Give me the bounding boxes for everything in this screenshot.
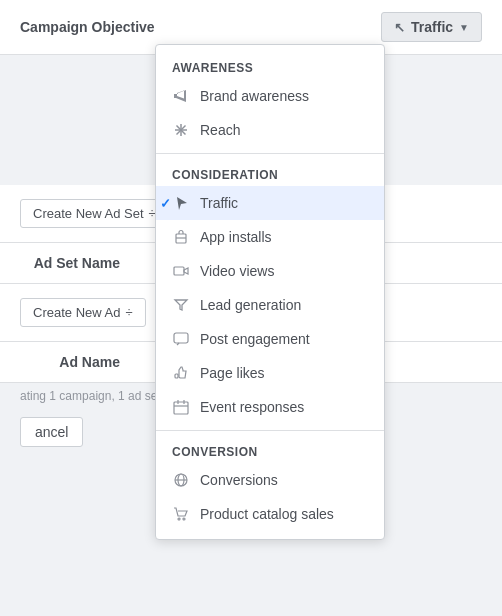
create-new-ad-set-button[interactable]: Create New Ad Set ÷ (20, 199, 169, 228)
thumbsup-icon (172, 364, 190, 382)
status-text-value: ating 1 campaign, 1 ad set (20, 389, 161, 403)
menu-divider-0 (156, 153, 384, 154)
campaign-objective-menu: AwarenessBrand awarenessReachConsiderati… (155, 44, 385, 540)
cursor-icon: ↖ (394, 20, 405, 35)
menu-item-traffic[interactable]: ✓Traffic (156, 186, 384, 220)
funnel-icon (172, 296, 190, 314)
svg-rect-8 (175, 374, 178, 378)
menu-item-label-product-catalog-sales: Product catalog sales (200, 506, 334, 522)
create-new-ad-icon: ÷ (125, 305, 132, 320)
ad-set-name-label: Ad Set Name (20, 255, 120, 271)
menu-item-app-installs[interactable]: App installs (156, 220, 384, 254)
menu-item-label-video-views: Video views (200, 263, 274, 279)
menu-item-brand-awareness[interactable]: Brand awareness (156, 79, 384, 113)
box-icon (172, 228, 190, 246)
menu-item-label-conversions: Conversions (200, 472, 278, 488)
svg-rect-9 (174, 402, 188, 414)
svg-point-17 (183, 518, 185, 520)
megaphone-icon (172, 87, 190, 105)
menu-item-lead-generation[interactable]: Lead generation (156, 288, 384, 322)
cancel-button[interactable]: ancel (20, 417, 83, 447)
menu-item-conversions[interactable]: Conversions (156, 463, 384, 497)
menu-item-reach[interactable]: Reach (156, 113, 384, 147)
menu-section-header-consideration: Consideration (156, 160, 384, 186)
menu-item-product-catalog-sales[interactable]: Product catalog sales (156, 497, 384, 531)
menu-item-label-post-engagement: Post engagement (200, 331, 310, 347)
menu-item-video-views[interactable]: Video views (156, 254, 384, 288)
dropdown-arrow-icon: ▼ (459, 22, 469, 33)
svg-rect-6 (174, 267, 184, 275)
campaign-objective-label: Campaign Objective (20, 19, 155, 35)
globe-icon (172, 471, 190, 489)
menu-item-event-responses[interactable]: Event responses (156, 390, 384, 424)
svg-point-16 (178, 518, 180, 520)
menu-item-page-likes[interactable]: Page likes (156, 356, 384, 390)
cursor-icon (172, 194, 190, 212)
menu-section-header-conversion: Conversion (156, 437, 384, 463)
video-icon (172, 262, 190, 280)
menu-item-post-engagement[interactable]: Post engagement (156, 322, 384, 356)
page-container: Campaign Objective ↖ Traffic ▼ Awareness… (0, 0, 502, 616)
menu-section-header-awareness: Awareness (156, 53, 384, 79)
calendar-icon (172, 398, 190, 416)
cart-icon (172, 505, 190, 523)
menu-item-label-reach: Reach (200, 122, 240, 138)
menu-item-label-event-responses: Event responses (200, 399, 304, 415)
campaign-objective-dropdown[interactable]: ↖ Traffic ▼ (381, 12, 482, 42)
asterisk-icon (172, 121, 190, 139)
menu-item-label-lead-generation: Lead generation (200, 297, 301, 313)
dropdown-label: Traffic (411, 19, 453, 35)
menu-item-label-traffic: Traffic (200, 195, 238, 211)
ad-name-label: Ad Name (20, 354, 120, 370)
menu-item-label-brand-awareness: Brand awareness (200, 88, 309, 104)
cancel-label: ancel (35, 424, 68, 440)
create-new-ad-label: Create New Ad (33, 305, 120, 320)
create-new-ad-button[interactable]: Create New Ad ÷ (20, 298, 146, 327)
check-mark-icon: ✓ (160, 196, 171, 211)
create-ad-set-label: Create New Ad Set (33, 206, 144, 221)
svg-rect-7 (174, 333, 188, 343)
menu-item-label-app-installs: App installs (200, 229, 272, 245)
menu-item-label-page-likes: Page likes (200, 365, 265, 381)
menu-divider-1 (156, 430, 384, 431)
chat-icon (172, 330, 190, 348)
